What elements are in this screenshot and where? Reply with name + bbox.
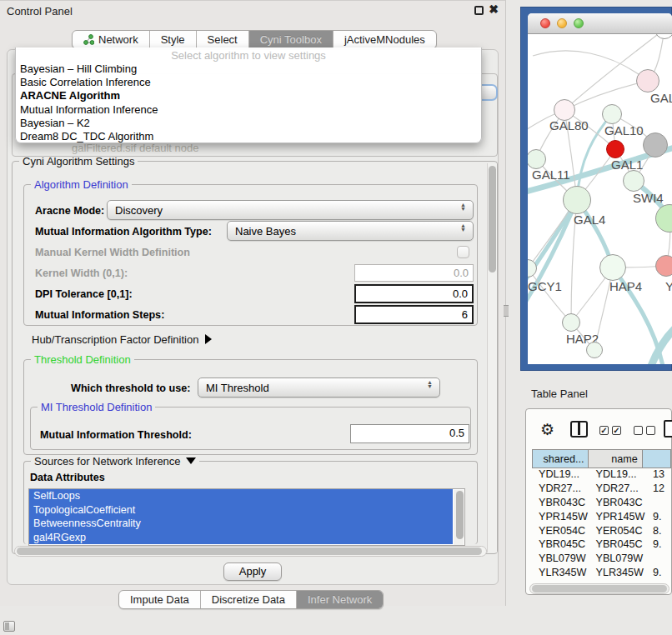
table-cell[interactable] <box>646 552 672 566</box>
network-canvas[interactable]: GALGAL80GAL10GAL1GAL11SWI4GAL4GCY1HAP4YH… <box>528 34 672 364</box>
tab-style[interactable]: Style <box>150 31 197 48</box>
network-node[interactable] <box>643 132 668 158</box>
table-cell[interactable] <box>646 496 672 510</box>
data-attributes-list[interactable]: SelfLoopsTopologicalCoefficientBetweenne… <box>28 488 465 546</box>
algorithm-option-bayesian-k2[interactable]: Bayesian – K2 <box>16 117 481 130</box>
table-rows[interactable]: YDL19...YDL19...13YDR27...YDR27...12YBR0… <box>532 468 672 582</box>
table-cell[interactable]: YBR045C <box>589 538 647 552</box>
table-cell[interactable]: YBL079W <box>532 552 589 566</box>
table-row[interactable]: YER054CYER054C8. <box>532 523 672 538</box>
algorithm-option-basic-correlation-inference[interactable]: Basic Correlation Inference <box>16 76 481 89</box>
network-node-gal10[interactable] <box>602 104 622 124</box>
algorithm-option-bayesian-hill-climbing[interactable]: Bayesian – Hill Climbing <box>16 62 481 76</box>
table-cell[interactable]: YDR27... <box>532 482 589 496</box>
settings-hscrollbar-track[interactable] <box>14 546 487 557</box>
apply-button[interactable]: Apply <box>223 562 282 581</box>
mi-steps-field[interactable]: 6 <box>354 305 474 324</box>
table-hscrollbar-thumb[interactable] <box>532 585 667 592</box>
column-header-name[interactable]: name <box>589 450 642 468</box>
hub-definition-expander[interactable]: Hub/Transcription Factor Definition <box>32 333 212 346</box>
table-cell[interactable]: 9. <box>646 509 672 523</box>
document-icon[interactable] <box>664 420 672 438</box>
table-row[interactable]: YBR043CYBR043C <box>532 496 672 510</box>
dock-panel-icon[interactable] <box>3 621 15 632</box>
close-traffic-light-icon[interactable] <box>540 18 550 28</box>
tab-jactivemnodules[interactable]: jActiveMNodules <box>333 31 436 48</box>
attribute-item-selfloops[interactable]: SelfLoops <box>29 489 453 503</box>
aracne-mode-select[interactable]: Discovery ▲▼ <box>107 200 474 220</box>
attributes-scrollbar-thumb[interactable] <box>456 491 464 539</box>
column-header-cut[interactable] <box>642 450 670 468</box>
algorithm-option-mutual-information-inference[interactable]: Mutual Information Inference <box>16 103 481 117</box>
table-cell[interactable]: 13 <box>646 468 672 482</box>
network-node[interactable] <box>586 342 603 358</box>
table-cell[interactable]: YDL19... <box>589 468 647 482</box>
network-window-titlebar[interactable] <box>528 13 672 34</box>
network-node-gal[interactable] <box>636 69 659 92</box>
table-cell[interactable]: YER054C <box>532 523 589 538</box>
table-cell[interactable]: YLR345W <box>589 566 647 580</box>
tab-infer-network[interactable]: Infer Network <box>297 591 383 608</box>
table-row[interactable]: YIL052CYIL052C9 <box>532 579 672 582</box>
table-cell[interactable]: YDL19... <box>532 468 589 482</box>
unchecked-checkbox-icon[interactable] <box>646 426 655 435</box>
mi-algorithm-type-select[interactable]: Naive Bayes ▲▼ <box>227 221 474 241</box>
table-cell[interactable]: YLR345W <box>532 566 589 580</box>
table-cell[interactable]: 9 <box>646 579 672 582</box>
table-cell[interactable]: YPR145W <box>532 509 589 523</box>
checked-checkbox-icon[interactable]: ✓ <box>612 426 621 435</box>
table-cell[interactable]: YBR045C <box>532 538 589 552</box>
zoom-traffic-light-icon[interactable] <box>574 18 584 28</box>
attribute-item-betweennesscentrality[interactable]: BetweennessCentrality <box>29 517 453 531</box>
tab-discretize-data[interactable]: Discretize Data <box>201 591 297 608</box>
network-node-y[interactable] <box>655 255 672 277</box>
table-row[interactable]: YPR145WYPR145W9. <box>532 509 672 523</box>
table-cell[interactable]: YBR043C <box>589 496 647 510</box>
table-cell[interactable]: YBR043C <box>532 496 589 510</box>
panel-divider-grip[interactable] <box>504 305 509 317</box>
tab-cyni-toolbox[interactable]: Cyni Toolbox <box>249 31 333 48</box>
unchecked-checkbox-icon[interactable] <box>634 426 643 435</box>
table-row[interactable]: YDL19...YDL19...13 <box>532 468 672 482</box>
table-cell[interactable]: YIL052C <box>589 579 647 582</box>
kernel-width-field[interactable]: 0.0 <box>354 264 474 282</box>
table-cell[interactable]: 9. <box>646 538 672 552</box>
table-cell[interactable]: YIL052C <box>532 579 589 582</box>
table-cell[interactable]: 12 <box>646 482 672 496</box>
network-node-swi4[interactable] <box>623 170 644 192</box>
algorithm-option-dream8-dc-tdc-algorithm[interactable]: Dream8 DC_TDC Algorithm <box>16 130 481 143</box>
settings-hscrollbar-thumb[interactable] <box>17 548 482 555</box>
table-row[interactable]: YBL079WYBL079W <box>532 552 672 566</box>
network-node-hap4[interactable] <box>599 254 626 281</box>
network-node-gal1[interactable] <box>606 140 624 158</box>
dpi-tolerance-field[interactable]: 0.0 <box>354 284 474 303</box>
table-cell[interactable]: 8. <box>646 523 672 538</box>
table-row[interactable]: YLR345WYLR345W9. <box>532 566 672 580</box>
tab-impute-data[interactable]: Impute Data <box>119 591 201 608</box>
tab-select[interactable]: Select <box>197 31 249 48</box>
settings-scrollbar-thumb[interactable] <box>489 166 496 272</box>
attribute-item-gal4rgexp[interactable]: gal4RGexp <box>29 531 453 545</box>
split-columns-icon[interactable] <box>570 421 588 438</box>
float-window-icon[interactable] <box>474 6 484 15</box>
gear-icon[interactable]: ⚙ <box>540 420 554 439</box>
checked-checkbox-icon[interactable]: ✓ <box>599 426 609 435</box>
network-node-gal4[interactable] <box>563 186 591 214</box>
mi-threshold-field[interactable]: 0.5 <box>350 424 469 443</box>
table-row[interactable]: YBR045CYBR045C9. <box>532 538 672 552</box>
table-cell[interactable]: 9. <box>646 566 672 580</box>
table-row[interactable]: YDR27...YDR27...12 <box>532 482 672 496</box>
table-cell[interactable]: YPR145W <box>589 509 647 523</box>
column-header-shared-name[interactable]: shared... <box>533 450 589 468</box>
tab-network[interactable]: Network <box>73 31 150 48</box>
close-window-icon[interactable]: ✖ <box>489 2 499 16</box>
network-node-hap2[interactable] <box>562 313 580 332</box>
which-threshold-select[interactable]: MI Threshold ▲▼ <box>198 378 440 398</box>
minimize-traffic-light-icon[interactable] <box>557 18 567 28</box>
table-cell[interactable]: YBL079W <box>589 552 647 566</box>
table-cell[interactable]: YDR27... <box>589 482 647 496</box>
sources-group-title[interactable]: Sources for Network Inference <box>31 455 199 468</box>
manual-kernel-width-checkbox[interactable] <box>457 246 469 258</box>
table-cell[interactable]: YER054C <box>589 523 647 538</box>
algorithm-option-aracne-algorithm[interactable]: ARACNE Algorithm <box>16 89 481 102</box>
